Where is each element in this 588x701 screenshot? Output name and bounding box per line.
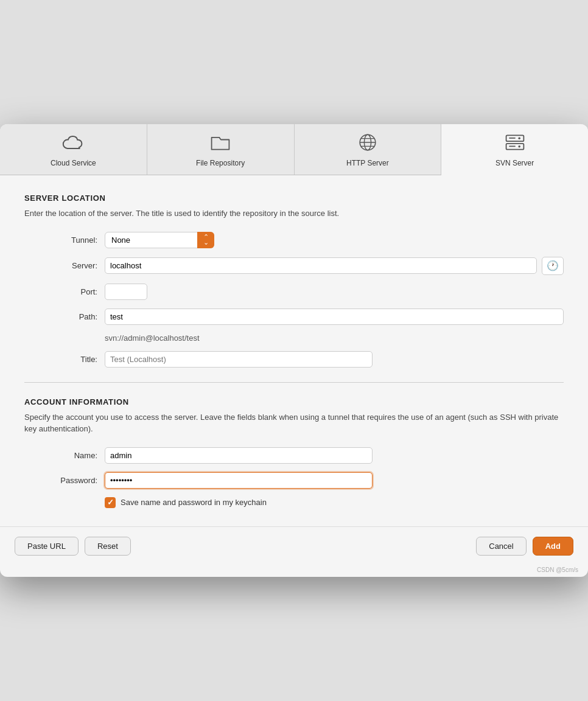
footer-right: Cancel Add [476, 537, 573, 556]
keychain-checkbox[interactable] [105, 497, 116, 508]
paste-url-button[interactable]: Paste URL [15, 537, 79, 556]
server-location-section: SERVER LOCATION Enter the location of th… [24, 194, 564, 368]
tab-svn-server[interactable]: SVN Server [441, 124, 588, 175]
name-input[interactable] [105, 447, 373, 464]
port-field [105, 284, 564, 300]
tab-svn-server-label: SVN Server [495, 159, 534, 167]
server-location-title: SERVER LOCATION [24, 194, 564, 203]
tunnel-field: None SSH HTTPS [105, 232, 564, 248]
url-preview: svn://admin@localhost/test [105, 333, 564, 343]
path-input[interactable] [105, 309, 564, 325]
tab-cloud-service[interactable]: Cloud Service [0, 124, 147, 175]
tab-file-repository[interactable]: File Repository [147, 124, 295, 175]
server-row: Server: 🕐 [24, 257, 564, 275]
history-button[interactable]: 🕐 [542, 257, 564, 275]
path-row: Path: [24, 309, 564, 325]
server-location-desc: Enter the location of the server. The ti… [24, 208, 564, 220]
cloud-icon [62, 133, 84, 155]
add-button[interactable]: Add [533, 537, 573, 556]
folder-icon [209, 133, 231, 155]
globe-icon [357, 133, 379, 155]
name-field [105, 447, 564, 464]
footer: Paste URL Reset Cancel Add [0, 526, 588, 567]
account-info-desc: Specify the account you use to access th… [24, 411, 564, 435]
section-divider [24, 382, 564, 383]
tab-cloud-service-label: Cloud Service [51, 159, 96, 167]
cancel-button[interactable]: Cancel [476, 537, 526, 556]
reset-button[interactable]: Reset [85, 537, 131, 556]
server-label: Server: [24, 261, 97, 270]
path-field [105, 309, 564, 325]
password-label: Password: [24, 476, 97, 485]
tunnel-select-wrapper: None SSH HTTPS [105, 232, 214, 248]
tab-http-server[interactable]: HTTP Server [295, 124, 442, 175]
footer-left: Paste URL Reset [15, 537, 131, 556]
tab-http-server-label: HTTP Server [346, 159, 389, 167]
watermark: CSDN @5cm/s [0, 567, 588, 577]
tunnel-stepper-icon[interactable] [197, 232, 214, 248]
password-row: Password: [24, 472, 564, 489]
title-row: Title: [24, 351, 564, 368]
svn-server-icon [504, 133, 526, 155]
title-label: Title: [24, 355, 97, 364]
svg-point-7 [518, 138, 520, 140]
title-field [105, 351, 564, 368]
title-input[interactable] [105, 351, 373, 368]
server-field: 🕐 [105, 257, 564, 275]
account-information-section: ACCOUNT INFORMATION Specify the account … [24, 397, 564, 508]
content-area: SERVER LOCATION Enter the location of th… [0, 175, 588, 520]
svg-point-10 [518, 145, 520, 148]
dialog: Cloud Service File Repository [0, 124, 588, 577]
path-label: Path: [24, 312, 97, 321]
port-label: Port: [24, 287, 97, 296]
password-input[interactable] [105, 472, 373, 489]
account-info-title: ACCOUNT INFORMATION [24, 397, 564, 406]
name-label: Name: [24, 451, 97, 460]
keychain-label: Save name and password in my keychain [121, 498, 267, 507]
keychain-row: Save name and password in my keychain [105, 497, 564, 508]
tunnel-label: Tunnel: [24, 235, 97, 245]
port-row: Port: [24, 284, 564, 300]
server-input[interactable] [105, 257, 537, 274]
port-input[interactable] [105, 284, 147, 300]
tab-bar: Cloud Service File Repository [0, 124, 588, 175]
tunnel-row: Tunnel: None SSH HTTPS [24, 232, 564, 248]
tab-file-repository-label: File Repository [196, 159, 245, 167]
password-field [105, 472, 564, 489]
name-row: Name: [24, 447, 564, 464]
